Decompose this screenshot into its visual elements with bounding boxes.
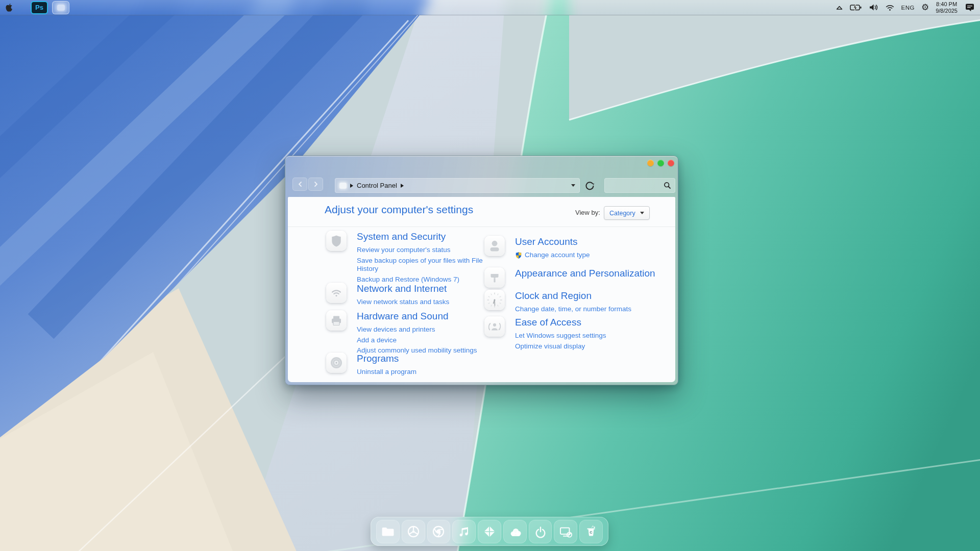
- shield-icon[interactable]: [326, 231, 347, 251]
- link-uninstall-program[interactable]: Uninstall a program: [357, 368, 487, 377]
- menubar: Ps: [0, 0, 980, 15]
- header-divider: [288, 227, 675, 227]
- link-review-status[interactable]: Review your computer's status: [357, 246, 487, 255]
- power-icon[interactable]: [529, 520, 552, 543]
- notification-center-icon[interactable]: [964, 3, 975, 12]
- section-title-user-accounts[interactable]: User Accounts: [515, 236, 660, 247]
- menubar-left: Ps: [5, 1, 69, 14]
- forward-button[interactable]: [308, 178, 323, 191]
- uac-shield-icon: [515, 252, 522, 259]
- link-optimize-visual[interactable]: Optimize visual display: [515, 342, 660, 351]
- display-mirror-icon[interactable]: [554, 520, 577, 543]
- file-manager-icon[interactable]: [376, 520, 400, 543]
- view-by-value: Category: [609, 210, 635, 217]
- photoshop-app-button[interactable]: Ps: [31, 1, 48, 14]
- section-system-and-security: System and Security Review your computer…: [326, 231, 487, 284]
- cloud-icon[interactable]: [503, 520, 527, 543]
- settings-gear-icon[interactable]: [921, 3, 929, 12]
- printer-icon[interactable]: [326, 310, 347, 331]
- link-change-account-type[interactable]: Change account type: [515, 251, 660, 260]
- zoom-traffic-light[interactable]: [657, 160, 664, 166]
- section-programs: Programs Uninstall a program: [326, 353, 487, 377]
- breadcrumb-arrow-icon[interactable]: [350, 184, 353, 188]
- dock: c: [371, 517, 608, 546]
- section-network-and-internet: Network and Internet View network status…: [326, 283, 487, 307]
- refresh-button[interactable]: [584, 181, 595, 191]
- link-windows-suggest[interactable]: Let Windows suggest settings: [515, 332, 660, 340]
- music-icon[interactable]: [452, 520, 476, 543]
- control-panel-window: Control Panel Adjust your computer's set…: [285, 156, 678, 385]
- language-indicator[interactable]: ENG: [901, 5, 915, 11]
- section-title-programs[interactable]: Programs: [357, 353, 487, 364]
- view-by-dropdown[interactable]: Category: [604, 206, 650, 220]
- user-icon[interactable]: [484, 236, 505, 256]
- section-title-ease-of-access[interactable]: Ease of Access: [515, 316, 660, 328]
- back-button[interactable]: [292, 178, 307, 191]
- clock-icon[interactable]: [484, 290, 505, 310]
- svg-text:c: c: [590, 529, 592, 535]
- diamond-app-icon[interactable]: [478, 520, 501, 543]
- page-title: Adjust your computer's settings: [325, 204, 473, 216]
- link-change-account-type-label: Change account type: [525, 251, 590, 260]
- link-devices-printers[interactable]: View devices and printers: [357, 325, 487, 334]
- link-change-date-time[interactable]: Change date, time, or number formats: [515, 305, 660, 314]
- section-links: Let Windows suggest settings Optimize vi…: [515, 332, 660, 350]
- section-clock-and-region: Clock and Region Change date, time, or n…: [484, 290, 660, 314]
- search-input[interactable]: [608, 182, 664, 190]
- system-tray: ENG 8:40 PM 9/8/2025: [836, 1, 975, 14]
- control-panel-content: Adjust your computer's settings View by:…: [288, 197, 675, 382]
- paintbrush-icon[interactable]: [484, 267, 505, 288]
- address-dropdown-icon[interactable]: [571, 184, 575, 187]
- section-links: View network status and tasks: [357, 298, 487, 307]
- section-links: Change account type: [515, 251, 660, 260]
- address-bar[interactable]: Control Panel: [335, 178, 580, 193]
- window-preview-icon: [57, 5, 65, 11]
- search-box[interactable]: [604, 178, 675, 193]
- accessibility-icon[interactable]: [484, 316, 505, 337]
- chrome-icon[interactable]: [427, 520, 451, 543]
- section-title-network[interactable]: Network and Internet: [357, 283, 487, 294]
- tray-date: 9/8/2025: [936, 8, 958, 14]
- battery-icon[interactable]: [850, 3, 862, 12]
- apple-menu-icon[interactable]: [5, 3, 13, 12]
- close-traffic-light[interactable]: [668, 160, 674, 166]
- ccleaner-icon[interactable]: c: [579, 520, 603, 543]
- section-links: Change date, time, or number formats: [515, 305, 660, 314]
- section-title-clock-region[interactable]: Clock and Region: [515, 290, 660, 302]
- tray-time: 8:40 PM: [936, 1, 958, 8]
- chevron-down-icon: [640, 212, 644, 214]
- section-hardware-and-sound: Hardware and Sound View devices and prin…: [326, 310, 487, 355]
- photoshop-app-label: Ps: [35, 4, 43, 11]
- section-title-system-security[interactable]: System and Security: [357, 231, 487, 242]
- control-panel-location-icon: [339, 183, 347, 189]
- section-title-hardware[interactable]: Hardware and Sound: [357, 310, 487, 322]
- media-reel-icon[interactable]: [402, 520, 425, 543]
- link-add-device[interactable]: Add a device: [357, 336, 487, 345]
- link-file-history[interactable]: Save backup copies of your files with Fi…: [357, 257, 487, 273]
- section-title-appearance[interactable]: Appearance and Personalization: [515, 267, 660, 279]
- hidden-icons-chevron-icon[interactable]: [836, 4, 843, 11]
- clock-date[interactable]: 8:40 PM 9/8/2025: [936, 1, 958, 14]
- wifi-icon[interactable]: [885, 4, 895, 11]
- section-appearance: Appearance and Personalization: [484, 267, 660, 288]
- section-ease-of-access: Ease of Access Let Windows suggest setti…: [484, 316, 660, 350]
- disc-icon[interactable]: [326, 353, 347, 373]
- section-links: View devices and printers Add a device A…: [357, 325, 487, 355]
- breadcrumb-arrow-icon[interactable]: [401, 184, 404, 188]
- link-network-status[interactable]: View network status and tasks: [357, 298, 487, 307]
- search-icon: [664, 182, 671, 189]
- section-links: Review your computer's status Save backu…: [357, 246, 487, 284]
- section-user-accounts: User Accounts Change account type: [484, 236, 660, 260]
- volume-icon[interactable]: [869, 3, 878, 12]
- breadcrumb-control-panel[interactable]: Control Panel: [357, 182, 397, 189]
- wifi-category-icon[interactable]: [326, 283, 347, 303]
- section-links: Uninstall a program: [357, 368, 487, 377]
- minimize-traffic-light[interactable]: [647, 160, 654, 166]
- active-window-button[interactable]: [52, 1, 69, 14]
- view-by-label: View by:: [575, 209, 600, 216]
